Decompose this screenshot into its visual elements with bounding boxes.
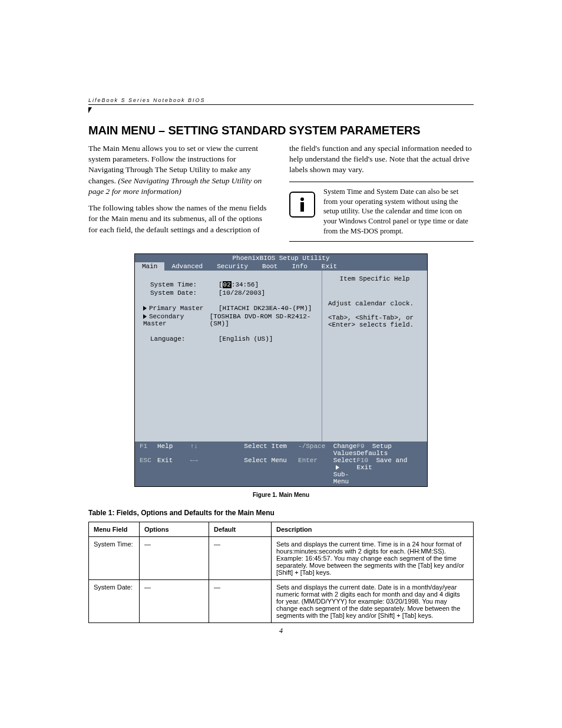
table-title: Table 1: Fields, Options and Defaults fo… — [88, 509, 474, 517]
bios-help-panel: Item Specific Help Adjust calendar clock… — [322, 271, 427, 442]
help-line-1: Adjust calendar clock. — [328, 300, 421, 307]
bios-footer: F1 Help ↑↓ Select Item -/Space Change Va… — [135, 442, 427, 486]
corner-mark-icon — [88, 107, 92, 113]
table-header-row: Menu Field Options Default Description — [89, 522, 474, 537]
cell-default: — — [209, 580, 272, 623]
f9-key: F9 — [356, 443, 364, 450]
help-title: Item Specific Help — [328, 275, 421, 282]
enter-key: Enter — [298, 457, 333, 485]
language-value[interactable]: [English (US)] — [219, 335, 273, 342]
fields-table: Menu Field Options Default Description S… — [88, 522, 474, 623]
info-text: System Time and System Date can also be … — [323, 187, 474, 236]
cell-description: Sets and displays the current date. Date… — [272, 580, 474, 623]
tab-info[interactable]: Info — [285, 262, 314, 271]
language-label: Language: — [143, 335, 219, 342]
th-default: Default — [209, 522, 272, 537]
intro-p2b: the field's function and any special inf… — [289, 143, 474, 176]
bios-tab-bar: Main Advanced Security Boot Info Exit — [135, 262, 427, 271]
system-time-value[interactable]: [02:34:56] — [219, 281, 259, 288]
intro-columns: The Main Menu allows you to set or view … — [88, 143, 474, 242]
secondary-master-label[interactable]: Secondary Master — [143, 313, 184, 327]
figure-caption: Figure 1. Main Menu — [88, 492, 474, 498]
tab-exit[interactable]: Exit — [315, 262, 344, 271]
system-date-value[interactable]: [10/28/2003] — [219, 289, 265, 297]
page-title: MAIN MENU – SETTING STANDARD SYSTEM PARA… — [88, 124, 474, 137]
nav-updown-icon: ↑↓ — [190, 443, 244, 457]
cell-description: Sets and displays the current time. Time… — [272, 537, 474, 580]
th-options: Options — [140, 522, 209, 537]
esc-label: Exit — [157, 457, 190, 485]
page-number: 4 — [88, 627, 474, 635]
table-row: System Time: — — Sets and displays the c… — [89, 537, 474, 580]
f1-key: F1 — [140, 443, 157, 457]
table-row: System Date: — — Sets and displays the c… — [89, 580, 474, 623]
bios-main-panel: System Time: [02:34:56] System Date: [10… — [135, 271, 322, 442]
primary-master-value: [HITACHI DK23EA-40-(PM)] — [219, 305, 312, 312]
bios-screenshot: PhoenixBIOS Setup Utility Main Advanced … — [134, 253, 428, 487]
system-date-label: System Date: — [143, 289, 219, 297]
change-values-key: -/Space — [298, 443, 333, 457]
esc-key: ESC — [140, 457, 157, 485]
primary-master-label[interactable]: Primary Master — [149, 305, 203, 312]
info-callout: System Time and System Date can also be … — [289, 182, 474, 242]
select-item-label: Select Item — [244, 443, 298, 457]
cell-field: System Time: — [89, 537, 140, 580]
th-description: Description — [272, 522, 474, 537]
secondary-master-value: [TOSHIBA DVD-ROM SD-R2412-(SM)] — [210, 313, 316, 327]
cell-options: — — [140, 580, 209, 623]
nav-leftright-icon: ←→ — [190, 457, 244, 485]
intro-p2a: The following tables show the names of t… — [88, 203, 273, 235]
submenu-arrow-icon — [336, 465, 339, 470]
tab-boot[interactable]: Boot — [255, 262, 285, 271]
cell-options: — — [140, 537, 209, 580]
tab-main[interactable]: Main — [135, 262, 164, 271]
help-line-3: <Enter> selects field. — [328, 321, 421, 328]
select-menu-label: Select Menu — [244, 457, 298, 485]
f1-label: Help — [157, 443, 190, 457]
th-menu-field: Menu Field — [89, 522, 140, 537]
system-time-label: System Time: — [143, 281, 219, 288]
cell-default: — — [209, 537, 272, 580]
bios-title: PhoenixBIOS Setup Utility — [135, 254, 427, 262]
submenu-arrow-icon — [143, 306, 147, 311]
change-values-label: Change Values — [333, 443, 357, 457]
running-header: LifeBook S Series Notebook BIOS — [88, 97, 474, 105]
help-line-2: <Tab>, <Shift-Tab>, or — [328, 314, 421, 321]
cell-field: System Date: — [89, 580, 140, 623]
select-submenu-label: SelectSub-Menu — [333, 457, 357, 485]
tab-advanced[interactable]: Advanced — [164, 262, 210, 271]
tab-security[interactable]: Security — [210, 262, 255, 271]
time-hh-selected[interactable]: 02 — [223, 281, 232, 288]
f10-key: F10 — [356, 457, 368, 464]
submenu-arrow-icon — [143, 314, 147, 319]
info-icon — [289, 192, 315, 218]
